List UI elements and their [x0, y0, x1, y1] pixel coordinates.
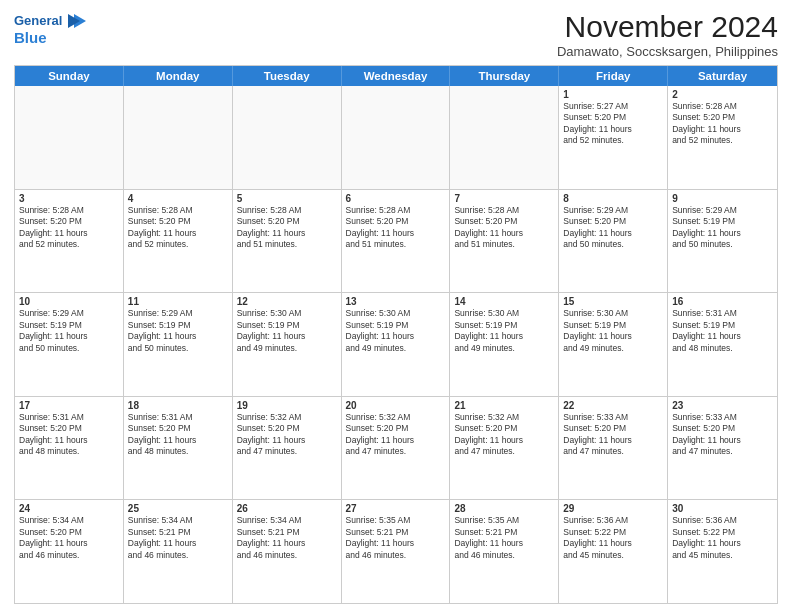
calendar-cell: [450, 86, 559, 189]
day-number: 22: [563, 400, 663, 411]
header-day-friday: Friday: [559, 66, 668, 86]
cell-info: Sunrise: 5:29 AM Sunset: 5:20 PM Dayligh…: [563, 205, 663, 251]
day-number: 12: [237, 296, 337, 307]
day-number: 9: [672, 193, 773, 204]
day-number: 4: [128, 193, 228, 204]
header-day-sunday: Sunday: [15, 66, 124, 86]
calendar-cell: 1Sunrise: 5:27 AM Sunset: 5:20 PM Daylig…: [559, 86, 668, 189]
header-day-thursday: Thursday: [450, 66, 559, 86]
header: General Blue November 2024 Damawato, Soc…: [14, 10, 778, 59]
calendar-week-5: 24Sunrise: 5:34 AM Sunset: 5:20 PM Dayli…: [15, 500, 777, 603]
calendar-cell: 13Sunrise: 5:30 AM Sunset: 5:19 PM Dayli…: [342, 293, 451, 396]
calendar-header: SundayMondayTuesdayWednesdayThursdayFrid…: [15, 66, 777, 86]
cell-info: Sunrise: 5:32 AM Sunset: 5:20 PM Dayligh…: [454, 412, 554, 458]
cell-info: Sunrise: 5:36 AM Sunset: 5:22 PM Dayligh…: [563, 515, 663, 561]
cell-info: Sunrise: 5:30 AM Sunset: 5:19 PM Dayligh…: [346, 308, 446, 354]
day-number: 24: [19, 503, 119, 514]
calendar-cell: 14Sunrise: 5:30 AM Sunset: 5:19 PM Dayli…: [450, 293, 559, 396]
calendar-cell: 29Sunrise: 5:36 AM Sunset: 5:22 PM Dayli…: [559, 500, 668, 603]
cell-info: Sunrise: 5:36 AM Sunset: 5:22 PM Dayligh…: [672, 515, 773, 561]
day-number: 13: [346, 296, 446, 307]
day-number: 7: [454, 193, 554, 204]
cell-info: Sunrise: 5:28 AM Sunset: 5:20 PM Dayligh…: [346, 205, 446, 251]
calendar-cell: 25Sunrise: 5:34 AM Sunset: 5:21 PM Dayli…: [124, 500, 233, 603]
calendar-cell: 23Sunrise: 5:33 AM Sunset: 5:20 PM Dayli…: [668, 397, 777, 500]
calendar-cell: 9Sunrise: 5:29 AM Sunset: 5:19 PM Daylig…: [668, 190, 777, 293]
cell-info: Sunrise: 5:35 AM Sunset: 5:21 PM Dayligh…: [346, 515, 446, 561]
day-number: 1: [563, 89, 663, 100]
day-number: 17: [19, 400, 119, 411]
calendar-week-2: 3Sunrise: 5:28 AM Sunset: 5:20 PM Daylig…: [15, 190, 777, 294]
calendar-cell: 16Sunrise: 5:31 AM Sunset: 5:19 PM Dayli…: [668, 293, 777, 396]
calendar-cell: 8Sunrise: 5:29 AM Sunset: 5:20 PM Daylig…: [559, 190, 668, 293]
logo-general: General: [14, 13, 62, 29]
day-number: 19: [237, 400, 337, 411]
cell-info: Sunrise: 5:27 AM Sunset: 5:20 PM Dayligh…: [563, 101, 663, 147]
calendar-body: 1Sunrise: 5:27 AM Sunset: 5:20 PM Daylig…: [15, 86, 777, 603]
day-number: 5: [237, 193, 337, 204]
cell-info: Sunrise: 5:31 AM Sunset: 5:19 PM Dayligh…: [672, 308, 773, 354]
calendar-cell: [15, 86, 124, 189]
calendar-cell: 5Sunrise: 5:28 AM Sunset: 5:20 PM Daylig…: [233, 190, 342, 293]
calendar-week-1: 1Sunrise: 5:27 AM Sunset: 5:20 PM Daylig…: [15, 86, 777, 190]
header-day-tuesday: Tuesday: [233, 66, 342, 86]
day-number: 30: [672, 503, 773, 514]
day-number: 25: [128, 503, 228, 514]
day-number: 11: [128, 296, 228, 307]
calendar-cell: 21Sunrise: 5:32 AM Sunset: 5:20 PM Dayli…: [450, 397, 559, 500]
day-number: 14: [454, 296, 554, 307]
location-title: Damawato, Soccsksargen, Philippines: [557, 44, 778, 59]
calendar-cell: 22Sunrise: 5:33 AM Sunset: 5:20 PM Dayli…: [559, 397, 668, 500]
day-number: 28: [454, 503, 554, 514]
cell-info: Sunrise: 5:28 AM Sunset: 5:20 PM Dayligh…: [19, 205, 119, 251]
cell-info: Sunrise: 5:31 AM Sunset: 5:20 PM Dayligh…: [19, 412, 119, 458]
cell-info: Sunrise: 5:30 AM Sunset: 5:19 PM Dayligh…: [454, 308, 554, 354]
calendar-cell: 20Sunrise: 5:32 AM Sunset: 5:20 PM Dayli…: [342, 397, 451, 500]
calendar: SundayMondayTuesdayWednesdayThursdayFrid…: [14, 65, 778, 604]
day-number: 18: [128, 400, 228, 411]
calendar-cell: [342, 86, 451, 189]
cell-info: Sunrise: 5:32 AM Sunset: 5:20 PM Dayligh…: [346, 412, 446, 458]
cell-info: Sunrise: 5:34 AM Sunset: 5:20 PM Dayligh…: [19, 515, 119, 561]
cell-info: Sunrise: 5:28 AM Sunset: 5:20 PM Dayligh…: [454, 205, 554, 251]
cell-info: Sunrise: 5:32 AM Sunset: 5:20 PM Dayligh…: [237, 412, 337, 458]
cell-info: Sunrise: 5:29 AM Sunset: 5:19 PM Dayligh…: [128, 308, 228, 354]
calendar-cell: [124, 86, 233, 189]
title-area: November 2024 Damawato, Soccsksargen, Ph…: [557, 10, 778, 59]
calendar-cell: [233, 86, 342, 189]
day-number: 26: [237, 503, 337, 514]
cell-info: Sunrise: 5:29 AM Sunset: 5:19 PM Dayligh…: [672, 205, 773, 251]
calendar-cell: 19Sunrise: 5:32 AM Sunset: 5:20 PM Dayli…: [233, 397, 342, 500]
month-title: November 2024: [557, 10, 778, 43]
day-number: 29: [563, 503, 663, 514]
day-number: 23: [672, 400, 773, 411]
header-day-wednesday: Wednesday: [342, 66, 451, 86]
calendar-cell: 12Sunrise: 5:30 AM Sunset: 5:19 PM Dayli…: [233, 293, 342, 396]
day-number: 27: [346, 503, 446, 514]
cell-info: Sunrise: 5:28 AM Sunset: 5:20 PM Dayligh…: [672, 101, 773, 147]
cell-info: Sunrise: 5:34 AM Sunset: 5:21 PM Dayligh…: [237, 515, 337, 561]
day-number: 2: [672, 89, 773, 100]
day-number: 21: [454, 400, 554, 411]
cell-info: Sunrise: 5:30 AM Sunset: 5:19 PM Dayligh…: [237, 308, 337, 354]
calendar-week-3: 10Sunrise: 5:29 AM Sunset: 5:19 PM Dayli…: [15, 293, 777, 397]
header-day-saturday: Saturday: [668, 66, 777, 86]
calendar-cell: 10Sunrise: 5:29 AM Sunset: 5:19 PM Dayli…: [15, 293, 124, 396]
calendar-week-4: 17Sunrise: 5:31 AM Sunset: 5:20 PM Dayli…: [15, 397, 777, 501]
calendar-cell: 27Sunrise: 5:35 AM Sunset: 5:21 PM Dayli…: [342, 500, 451, 603]
logo-blue: Blue: [14, 29, 47, 47]
cell-info: Sunrise: 5:29 AM Sunset: 5:19 PM Dayligh…: [19, 308, 119, 354]
day-number: 16: [672, 296, 773, 307]
cell-info: Sunrise: 5:28 AM Sunset: 5:20 PM Dayligh…: [237, 205, 337, 251]
calendar-cell: 26Sunrise: 5:34 AM Sunset: 5:21 PM Dayli…: [233, 500, 342, 603]
calendar-cell: 4Sunrise: 5:28 AM Sunset: 5:20 PM Daylig…: [124, 190, 233, 293]
cell-info: Sunrise: 5:30 AM Sunset: 5:19 PM Dayligh…: [563, 308, 663, 354]
cell-info: Sunrise: 5:35 AM Sunset: 5:21 PM Dayligh…: [454, 515, 554, 561]
calendar-cell: 7Sunrise: 5:28 AM Sunset: 5:20 PM Daylig…: [450, 190, 559, 293]
day-number: 15: [563, 296, 663, 307]
header-day-monday: Monday: [124, 66, 233, 86]
calendar-cell: 24Sunrise: 5:34 AM Sunset: 5:20 PM Dayli…: [15, 500, 124, 603]
day-number: 6: [346, 193, 446, 204]
calendar-cell: 11Sunrise: 5:29 AM Sunset: 5:19 PM Dayli…: [124, 293, 233, 396]
cell-info: Sunrise: 5:28 AM Sunset: 5:20 PM Dayligh…: [128, 205, 228, 251]
